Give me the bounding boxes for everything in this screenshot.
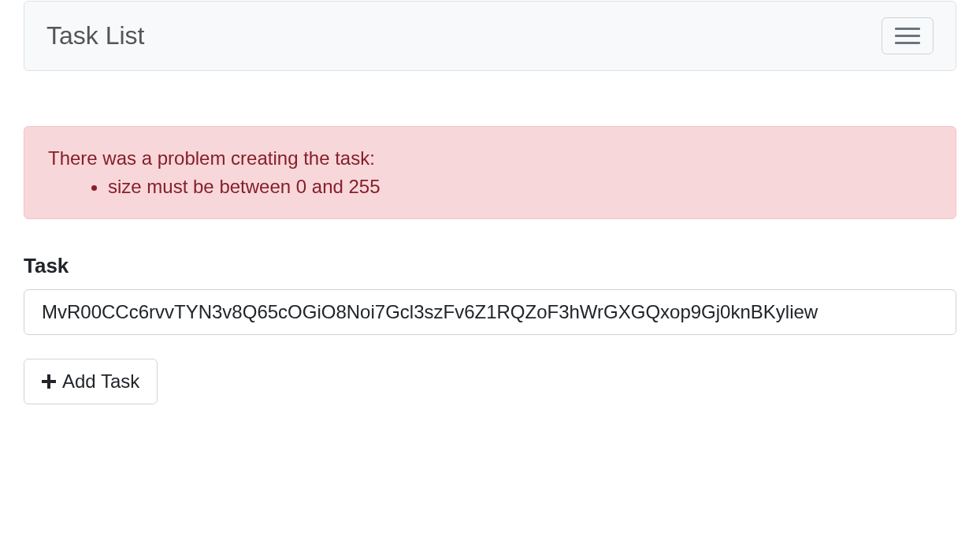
- alert-error-list: size must be between 0 and 255: [48, 176, 932, 198]
- hamburger-icon: [895, 35, 920, 37]
- add-task-button[interactable]: Add Task: [24, 359, 158, 404]
- alert-heading: There was a problem creating the task:: [48, 147, 932, 169]
- task-input[interactable]: [24, 289, 956, 335]
- navbar-toggler[interactable]: [882, 17, 934, 54]
- hamburger-icon: [895, 42, 920, 44]
- alert-error-item: size must be between 0 and 255: [108, 176, 932, 198]
- task-form: Task Add Task: [24, 254, 956, 404]
- task-label: Task: [24, 254, 956, 278]
- add-task-button-label: Add Task: [62, 370, 139, 393]
- hamburger-icon: [895, 28, 920, 30]
- navbar-brand[interactable]: Task List: [46, 21, 144, 50]
- navbar: Task List: [24, 1, 956, 71]
- plus-icon: [42, 374, 56, 389]
- error-alert: There was a problem creating the task: s…: [24, 126, 956, 219]
